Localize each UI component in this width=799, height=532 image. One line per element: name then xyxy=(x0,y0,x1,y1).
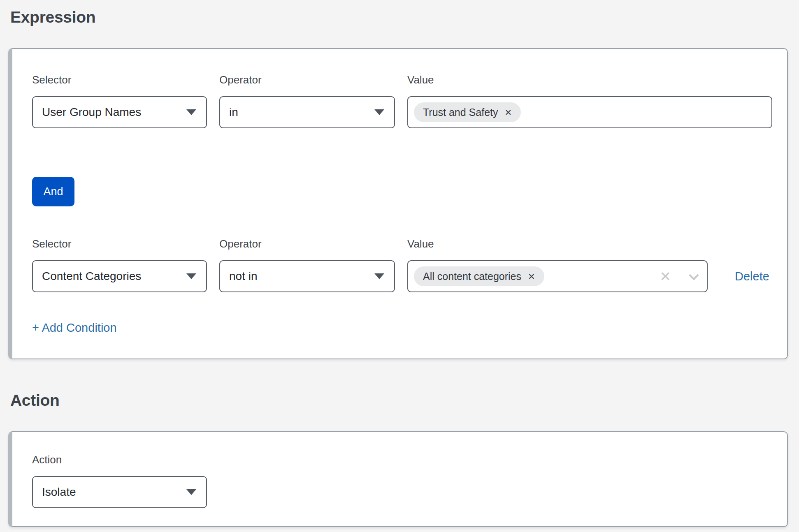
operator-field-1: Operator in xyxy=(219,74,395,128)
condition-row-1: Selector User Group Names Operator in Va… xyxy=(32,74,762,128)
value-tag-label: All content categories xyxy=(423,271,521,282)
caret-down-icon xyxy=(374,109,384,115)
value-tag-label: Trust and Safety xyxy=(423,106,498,118)
expression-card: Selector User Group Names Operator in Va… xyxy=(8,48,788,359)
condition-row-2: Selector Content Categories Operator not… xyxy=(32,238,762,292)
selector-label: Selector xyxy=(32,74,207,86)
action-field: Action Isolate xyxy=(32,453,762,508)
operator-dropdown-2-value: not in xyxy=(229,270,258,283)
action-dropdown-value: Isolate xyxy=(42,486,76,499)
selector-dropdown-2-value: Content Categories xyxy=(42,270,141,283)
clear-icon[interactable]: ✕ xyxy=(660,270,671,283)
value-tag: All content categories ✕ xyxy=(414,266,544,286)
value-tag: Trust and Safety ✕ xyxy=(414,102,521,122)
operator-dropdown-1-value: in xyxy=(229,106,238,119)
value-multiselect-2[interactable]: All content categories ✕ ✕ xyxy=(407,260,708,292)
value-multiselect-1[interactable]: Trust and Safety ✕ xyxy=(407,96,772,128)
action-dropdown[interactable]: Isolate xyxy=(32,476,207,508)
expression-heading: Expression xyxy=(10,8,799,26)
tag-remove-icon[interactable]: ✕ xyxy=(505,108,512,117)
operator-label: Operator xyxy=(219,238,395,250)
caret-down-icon xyxy=(186,489,196,495)
selector-field-2: Selector Content Categories xyxy=(32,238,207,292)
action-card: Action Isolate xyxy=(8,431,788,527)
value-label: Value xyxy=(407,238,708,250)
value-field-1: Value Trust and Safety ✕ xyxy=(407,74,772,128)
action-card-body: Action Isolate xyxy=(12,432,787,526)
selector-dropdown-1[interactable]: User Group Names xyxy=(32,96,207,128)
value-field-2: Value All content categories ✕ ✕ xyxy=(407,238,708,292)
operator-field-2: Operator not in xyxy=(219,238,395,292)
caret-down-icon xyxy=(186,109,196,115)
chevron-down-icon[interactable] xyxy=(689,270,699,280)
add-condition-link[interactable]: + Add Condition xyxy=(32,321,117,335)
operator-dropdown-1[interactable]: in xyxy=(219,96,395,128)
expression-card-body: Selector User Group Names Operator in Va… xyxy=(12,49,787,359)
and-button[interactable]: And xyxy=(32,177,74,206)
action-heading: Action xyxy=(10,391,799,409)
caret-down-icon xyxy=(374,273,384,279)
selector-label: Selector xyxy=(32,238,207,250)
selector-field-1: Selector User Group Names xyxy=(32,74,207,128)
value-label: Value xyxy=(407,74,772,86)
selector-dropdown-1-value: User Group Names xyxy=(42,106,141,119)
action-label: Action xyxy=(32,453,762,466)
delete-condition-link[interactable]: Delete xyxy=(735,270,769,283)
selector-dropdown-2[interactable]: Content Categories xyxy=(32,260,207,292)
operator-dropdown-2[interactable]: not in xyxy=(219,260,395,292)
tag-remove-icon[interactable]: ✕ xyxy=(528,272,535,281)
caret-down-icon xyxy=(186,273,196,279)
value-controls: ✕ xyxy=(660,270,699,283)
operator-label: Operator xyxy=(219,74,395,86)
